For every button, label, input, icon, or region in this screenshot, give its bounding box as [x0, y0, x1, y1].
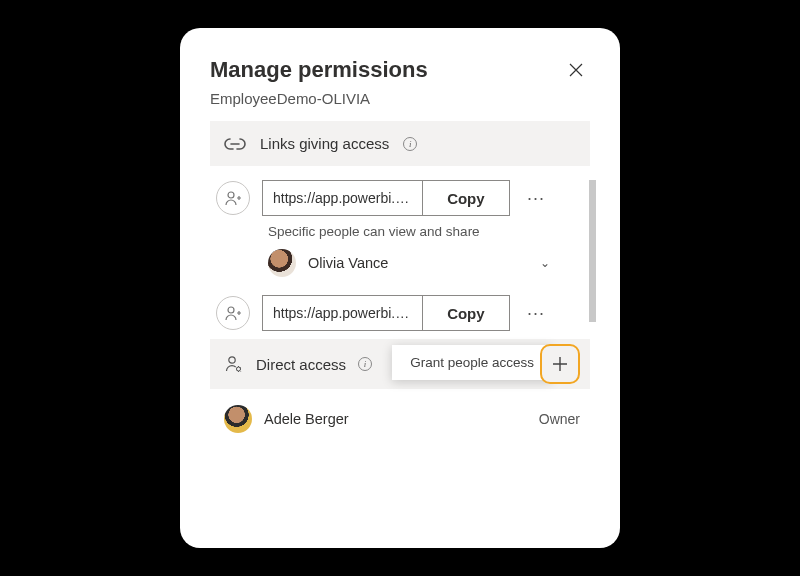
- manage-permissions-panel: Manage permissions EmployeeDemo-OLIVIA L…: [180, 28, 620, 548]
- person-role: Owner: [539, 411, 580, 427]
- close-button[interactable]: [562, 56, 590, 84]
- links-section-label: Links giving access: [260, 135, 389, 152]
- link-more-button[interactable]: ···: [522, 188, 550, 209]
- person-name: Adele Berger: [264, 411, 349, 427]
- people-add-icon: [216, 181, 250, 215]
- svg-point-1: [228, 307, 234, 313]
- url-copy-group: https://app.powerbi.c… Copy: [262, 295, 510, 331]
- chevron-down-icon: ⌄: [540, 256, 550, 270]
- direct-access-label: Direct access: [256, 356, 346, 373]
- link-icon: [224, 137, 246, 151]
- panel-subtitle: EmployeeDemo-OLIVIA: [180, 90, 620, 121]
- links-list: https://app.powerbi.c… Copy ··· Specific…: [180, 180, 620, 331]
- person-gear-icon: [224, 354, 244, 374]
- people-add-icon: [216, 296, 250, 330]
- panel-title: Manage permissions: [210, 57, 428, 83]
- link-item: https://app.powerbi.c… Copy ···: [210, 180, 590, 216]
- share-url-input[interactable]: https://app.powerbi.c…: [263, 296, 422, 330]
- plus-icon: [552, 356, 568, 372]
- info-icon[interactable]: i: [403, 137, 417, 151]
- direct-person-row[interactable]: Adele Berger Owner: [180, 405, 620, 433]
- links-section-header[interactable]: Links giving access i: [210, 121, 590, 166]
- direct-access-header[interactable]: Direct access i Grant people access: [210, 339, 590, 389]
- svg-point-2: [229, 357, 235, 363]
- svg-point-0: [228, 192, 234, 198]
- copy-button[interactable]: Copy: [422, 181, 509, 215]
- panel-header: Manage permissions: [180, 56, 620, 90]
- link-description: Specific people can view and share: [210, 224, 590, 239]
- share-url-input[interactable]: https://app.powerbi.c…: [263, 181, 422, 215]
- link-more-button[interactable]: ···: [522, 303, 550, 324]
- person-name: Olivia Vance: [308, 255, 388, 271]
- copy-button[interactable]: Copy: [422, 296, 509, 330]
- close-icon: [569, 63, 583, 77]
- link-item: https://app.powerbi.c… Copy ···: [210, 295, 590, 331]
- info-icon[interactable]: i: [358, 357, 372, 371]
- grant-access-tooltip: Grant people access: [392, 345, 552, 380]
- link-person-row[interactable]: Olivia Vance ⌄: [210, 249, 590, 277]
- grant-access-button[interactable]: [540, 344, 580, 384]
- avatar: [224, 405, 252, 433]
- scrollbar[interactable]: [589, 180, 596, 322]
- url-copy-group: https://app.powerbi.c… Copy: [262, 180, 510, 216]
- avatar: [268, 249, 296, 277]
